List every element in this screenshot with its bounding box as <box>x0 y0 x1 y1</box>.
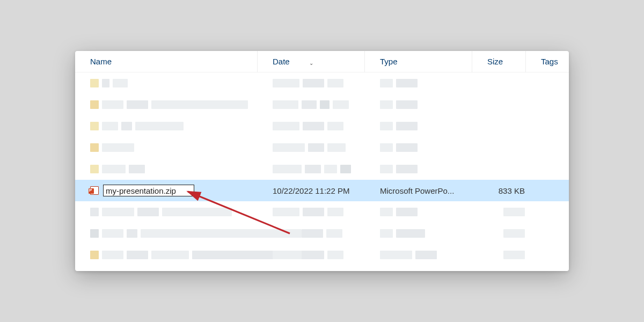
column-header-size[interactable]: Size <box>472 51 526 72</box>
table-row[interactable] <box>75 115 569 137</box>
table-row[interactable] <box>75 201 569 223</box>
column-header-date[interactable]: ⌄ Date <box>258 51 365 72</box>
sort-indicator-icon: ⌄ <box>309 53 313 74</box>
column-header-date-label: Date <box>273 57 290 66</box>
rename-input[interactable] <box>103 185 194 196</box>
column-header-row: Name ⌄ Date Type Size Tags <box>75 51 569 72</box>
table-row[interactable] <box>75 137 569 158</box>
powerpoint-file-icon <box>90 186 99 195</box>
table-row-selected[interactable]: 10/22/2022 11:22 PM Microsoft PowerPo...… <box>75 180 569 201</box>
table-row[interactable] <box>75 244 569 266</box>
selected-row-type: Microsoft PowerPo... <box>372 186 480 195</box>
selected-row-date: 10/22/2022 11:22 PM <box>265 186 372 195</box>
table-row[interactable] <box>75 158 569 180</box>
column-header-name[interactable]: Name <box>75 51 258 72</box>
selected-row-size: 833 KB <box>480 186 533 195</box>
table-row[interactable] <box>75 72 569 94</box>
table-row[interactable] <box>75 94 569 115</box>
file-explorer-window: Name ⌄ Date Type Size Tags <box>75 51 569 271</box>
table-row[interactable] <box>75 223 569 244</box>
column-header-tags[interactable]: Tags <box>526 51 569 72</box>
column-header-type[interactable]: Type <box>365 51 472 72</box>
